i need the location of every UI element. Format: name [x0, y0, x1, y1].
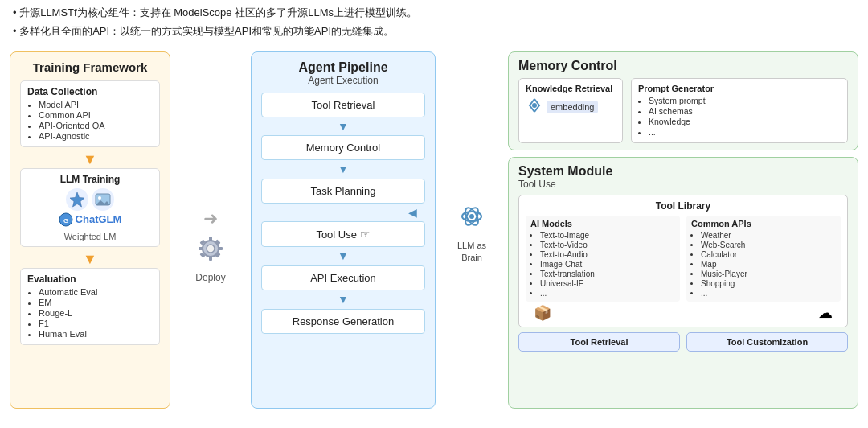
system-module-panel: System Module Tool Use Tool Library AI M…	[508, 157, 858, 409]
agent-pipeline-title: Agent Pipeline	[261, 60, 425, 75]
prompt-generator-list: System prompt AI schemas Knowledge ...	[638, 96, 841, 137]
step-task-planning: Task Planning	[261, 179, 425, 204]
memory-control-inner: Knowledge Retrieval embedding Prompt Gen…	[518, 78, 848, 143]
brain-svg-icon	[452, 196, 492, 237]
main-diagram: Training Framework Data Collection Model…	[0, 45, 868, 415]
list-item: AI schemas	[649, 106, 841, 116]
top-text-2: • 多样化且全面的API：以统一的方式实现与模型API和常见的功能API的无缝集…	[13, 23, 855, 40]
list-item: F1	[39, 319, 153, 328]
list-item: Text-to-Audio	[540, 250, 675, 259]
embed-symbol-icon	[526, 97, 543, 114]
svg-point-19	[469, 214, 474, 219]
training-framework-panel: Training Framework Data Collection Model…	[10, 51, 170, 409]
embed-icon	[526, 97, 543, 118]
list-item: Text-to-Image	[540, 231, 675, 240]
llm-icons	[27, 188, 153, 211]
step-arrow: ▼	[261, 249, 425, 265]
step-memory-control: Memory Control	[261, 135, 425, 160]
svg-point-2	[98, 196, 101, 200]
training-framework-title: Training Framework	[20, 60, 160, 74]
tool-customization-button: Tool Customization	[686, 332, 848, 352]
list-item: Web-Search	[701, 241, 836, 249]
data-collection-list: Model API Common API API-Oriented QA API…	[27, 100, 153, 141]
ai-models-list: Text-to-Image Text-to-Video Text-to-Audi…	[530, 231, 675, 298]
llm-training-title: LLM Training	[27, 174, 153, 185]
bottom-buttons: Tool Retrieval Tool Customization	[518, 332, 848, 352]
ai-models-col: AI Models Text-to-Image Text-to-Video Te…	[526, 216, 680, 302]
ai-models-title: AI Models	[530, 219, 675, 228]
system-module-subtitle: Tool Use	[518, 179, 848, 190]
list-item: Knowledge	[649, 117, 841, 126]
agent-pipeline-panel: Agent Pipeline Agent Execution Tool Retr…	[251, 51, 436, 409]
cloud-icon: ☁	[818, 304, 833, 322]
svg-text:G: G	[63, 217, 68, 224]
prompt-generator-box: Prompt Generator System prompt AI schema…	[631, 78, 848, 143]
memory-control-panel: Memory Control Knowledge Retrieval embed…	[508, 51, 858, 150]
prompt-generator-title: Prompt Generator	[638, 84, 841, 93]
cursor-icon: ☞	[360, 228, 371, 241]
star-icon	[68, 191, 86, 208]
tool-retrieval-button: Tool Retrieval	[518, 332, 680, 352]
common-apis-title: Common APIs	[691, 219, 836, 228]
deploy-gear-icon	[194, 233, 227, 265]
memory-control-title: Memory Control	[518, 59, 848, 73]
brain-icon	[452, 196, 492, 240]
step-arrow-left: ◀	[261, 205, 425, 221]
top-text-1: • 升源LLMSTf为核心组件：支持在 ModelScope 社区的多了升源LL…	[13, 5, 855, 22]
list-item: API-Agnostic	[39, 131, 153, 141]
top-text-area: • 升源LLMSTf为核心组件：支持在 ModelScope 社区的多了升源LL…	[0, 0, 868, 45]
box-icon: 📦	[534, 304, 551, 322]
system-icons: 📦 ☁	[526, 304, 841, 322]
list-item: Music-Player	[701, 270, 836, 278]
list-item: ...	[540, 289, 675, 298]
list-item: Common API	[39, 110, 153, 120]
list-item: Text-translation	[540, 270, 675, 278]
embed-label: embedding	[547, 101, 598, 113]
list-item: EM	[39, 298, 153, 307]
right-panels: Memory Control Knowledge Retrieval embed…	[508, 51, 858, 409]
list-item: Rouge-L	[39, 308, 153, 318]
list-item: Calculator	[701, 250, 836, 259]
svg-rect-11	[218, 247, 223, 250]
arrow-down-1: ▼	[20, 152, 160, 167]
list-item: Universal-IE	[540, 279, 675, 288]
chatglm-label: ChatGLM	[76, 213, 122, 225]
common-apis-list: Weather Web-Search Calculator Map Music-…	[691, 231, 836, 298]
embed-box: embedding	[526, 97, 616, 118]
llm-brain-area: LLM as Brain	[444, 51, 500, 409]
llm-icon-1	[66, 188, 88, 211]
svg-rect-10	[199, 247, 203, 250]
common-apis-col: Common APIs Weather Web-Search Calculato…	[686, 216, 841, 302]
svg-point-7	[207, 245, 215, 253]
tool-library-box: Tool Library AI Models Text-to-Image Tex…	[518, 195, 848, 327]
tool-library-title: Tool Library	[526, 200, 841, 212]
list-item: Human Eval	[39, 329, 153, 339]
step-arrow: ▼	[261, 119, 425, 135]
list-item: Shopping	[701, 279, 836, 288]
svg-point-20	[532, 103, 537, 108]
knowledge-retrieval-title: Knowledge Retrieval	[526, 84, 616, 93]
step-arrow: ▼	[261, 162, 425, 178]
evaluation-title: Evaluation	[27, 274, 153, 285]
svg-rect-9	[209, 256, 212, 261]
image-icon	[94, 191, 112, 208]
deploy-area: ➜ Deploy	[178, 51, 243, 409]
deploy-icon	[194, 233, 227, 270]
knowledge-retrieval-box: Knowledge Retrieval embedding	[518, 78, 623, 143]
tool-columns: AI Models Text-to-Image Text-to-Video Te…	[526, 216, 841, 302]
step-response-generation: Response Generation	[261, 309, 425, 334]
list-item: Image-Chat	[540, 260, 675, 269]
list-item: Model API	[39, 100, 153, 109]
llm-as-brain-label: LLM as Brain	[457, 240, 486, 263]
svg-rect-8	[209, 237, 212, 241]
chatglm-icon: G ChatGLM	[59, 212, 122, 227]
llm-icon-2	[92, 188, 114, 211]
llm-training-box: LLM Training G	[20, 168, 160, 247]
data-collection-title: Data Collection	[27, 86, 153, 97]
list-item: ...	[649, 127, 841, 137]
right-arrow-icon: ➜	[203, 208, 218, 229]
weighted-lm-label: Weighted LM	[27, 232, 153, 241]
list-item: API-Oriented QA	[39, 121, 153, 130]
evaluation-box: Evaluation Automatic Eval EM Rouge-L F1 …	[20, 268, 160, 345]
svg-marker-0	[70, 192, 84, 207]
